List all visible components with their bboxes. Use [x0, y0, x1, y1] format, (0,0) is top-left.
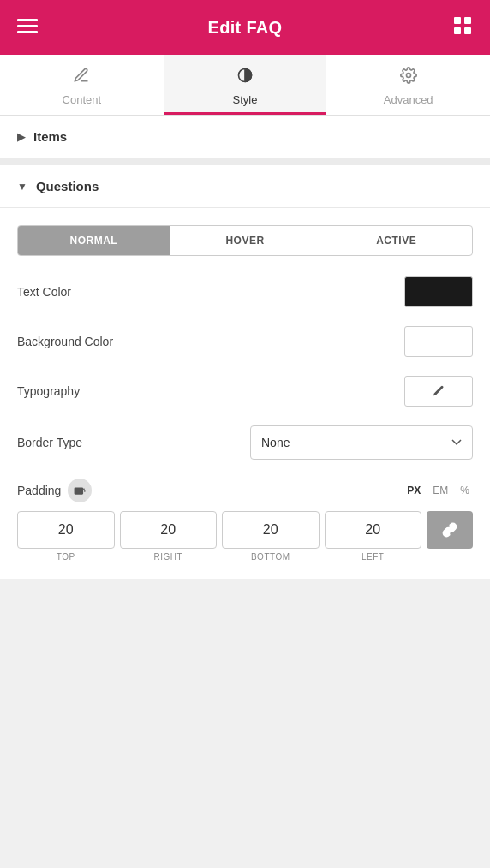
text-color-row: Text Color: [17, 276, 473, 307]
svg-point-8: [406, 74, 410, 78]
padding-bottom-input[interactable]: [222, 511, 320, 549]
typography-row: Typography: [17, 376, 473, 407]
tab-style[interactable]: Style: [164, 55, 327, 115]
padding-label-group: Padding: [17, 479, 92, 502]
state-tab-bar: NORMAL HOVER ACTIVE: [17, 225, 473, 256]
background-color-row: Background Color: [17, 326, 473, 357]
svg-rect-4: [464, 17, 471, 24]
typography-label: Typography: [17, 384, 80, 398]
svg-rect-6: [464, 27, 471, 34]
questions-section-label: Questions: [36, 179, 99, 193]
padding-bottom-label: BOTTOM: [251, 552, 290, 562]
padding-right-label: RIGHT: [153, 552, 182, 562]
questions-section: ▼ Questions NORMAL HOVER ACTIVE Text Col…: [0, 165, 490, 579]
unit-em[interactable]: EM: [429, 483, 451, 498]
items-section-label: Items: [33, 129, 67, 144]
padding-top-label: TOP: [57, 552, 75, 562]
padding-inputs: TOP RIGHT BOTTOM LEFT: [17, 511, 473, 562]
items-arrow-icon: ▶: [17, 131, 25, 143]
background-color-label: Background Color: [17, 335, 113, 348]
questions-section-header[interactable]: ▼ Questions: [0, 165, 490, 208]
half-circle-icon: [236, 67, 254, 88]
state-tab-active[interactable]: ACTIVE: [320, 226, 472, 255]
svg-rect-0: [17, 19, 38, 21]
grid-icon[interactable]: [452, 15, 473, 40]
tab-style-label: Style: [233, 93, 258, 106]
svg-rect-1: [17, 25, 38, 27]
items-section-header[interactable]: ▶ Items: [0, 116, 490, 158]
border-type-row: Border Type None Solid Dashed Dotted Dou…: [17, 425, 473, 460]
background-color-swatch[interactable]: [404, 326, 473, 357]
tab-bar: Content Style Advanced: [0, 55, 490, 116]
padding-label: Padding: [17, 484, 61, 497]
questions-arrow-icon: ▼: [17, 181, 27, 193]
padding-top-input[interactable]: [17, 511, 115, 549]
padding-top-group: TOP: [17, 511, 115, 562]
padding-left-group: LEFT: [325, 511, 422, 562]
padding-right-group: RIGHT: [120, 511, 218, 562]
padding-left-input[interactable]: [325, 511, 422, 549]
svg-rect-2: [17, 31, 38, 33]
questions-content: NORMAL HOVER ACTIVE Text Color Backgroun…: [0, 208, 490, 579]
tab-content-label: Content: [63, 93, 102, 106]
app-header: Edit FAQ: [0, 0, 490, 55]
unit-px[interactable]: PX: [403, 483, 424, 498]
gear-icon: [400, 67, 417, 88]
tab-advanced-label: Advanced: [384, 93, 433, 106]
pencil-icon: [73, 67, 90, 88]
tab-content[interactable]: Content: [0, 55, 164, 115]
svg-rect-3: [454, 17, 461, 24]
section-divider: [0, 158, 490, 165]
border-type-label: Border Type: [17, 436, 82, 449]
padding-left-label: LEFT: [362, 552, 384, 562]
tab-advanced[interactable]: Advanced: [326, 55, 490, 115]
border-type-select[interactable]: None Solid Dashed Dotted Double: [250, 425, 473, 460]
padding-right-input[interactable]: [120, 511, 218, 549]
responsive-icon[interactable]: [68, 479, 92, 502]
svg-rect-9: [75, 488, 83, 494]
unit-percent[interactable]: %: [457, 483, 473, 498]
unit-tabs: PX EM %: [403, 483, 473, 498]
page-title: Edit FAQ: [208, 18, 283, 38]
hamburger-icon[interactable]: [17, 15, 38, 40]
link-values-button[interactable]: [427, 511, 473, 549]
svg-rect-5: [454, 27, 461, 34]
text-color-swatch[interactable]: [404, 276, 473, 307]
padding-bottom-group: BOTTOM: [222, 511, 320, 562]
typography-edit-button[interactable]: [404, 376, 473, 407]
state-tab-hover[interactable]: HOVER: [170, 226, 321, 255]
text-color-label: Text Color: [17, 285, 71, 299]
padding-header-row: Padding PX EM %: [17, 479, 473, 502]
state-tab-normal[interactable]: NORMAL: [18, 226, 170, 255]
